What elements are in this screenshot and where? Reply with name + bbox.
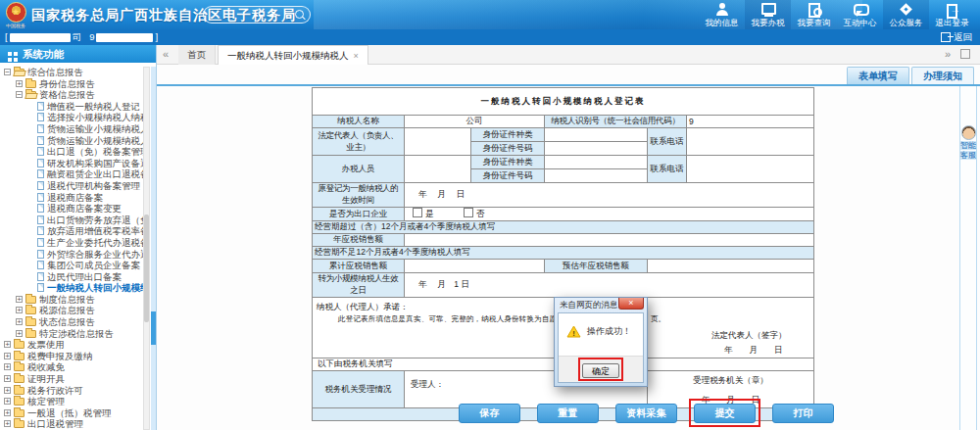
expand-icon[interactable]: + xyxy=(4,375,11,382)
sidebar-item[interactable]: +一般退（抵）税管理 xyxy=(0,407,143,419)
expand-icon[interactable]: + xyxy=(4,341,11,348)
expand-icon[interactable]: + xyxy=(4,409,11,416)
folder-icon xyxy=(25,330,36,338)
sidebar-item[interactable]: +身份信息报告 xyxy=(0,78,143,90)
sidebar-item[interactable]: 边民代理出口备案 xyxy=(0,271,143,283)
expand-icon[interactable]: + xyxy=(4,398,11,405)
data-collect-button[interactable]: 资料采集 xyxy=(615,404,677,423)
tab-notice[interactable]: 办理须知 xyxy=(911,67,974,84)
reset-button[interactable]: 重置 xyxy=(537,404,599,423)
sidebar-item[interactable]: +发票使用 xyxy=(0,339,143,351)
sidebar-item[interactable]: 研发机构采购国产设备退税备案管理 xyxy=(0,158,143,169)
sidebar-item[interactable]: 放弃适用增值税零税率备案 xyxy=(0,225,143,237)
dialog-ok-button[interactable]: 确定 xyxy=(582,363,619,378)
sidebar-item[interactable]: 出口退（免）税备案管理 xyxy=(0,146,143,158)
nav-item-public-service[interactable]: 公众服务 xyxy=(883,0,929,29)
taxpayer-id-value[interactable]: 9 xyxy=(687,116,814,128)
sidebar-item[interactable]: 退税商店备案 xyxy=(0,192,143,204)
sidebar-collapse-handle[interactable] xyxy=(151,311,156,345)
expand-icon[interactable]: + xyxy=(4,363,11,370)
header-search[interactable] xyxy=(203,6,311,24)
sidebar-item[interactable]: +状态信息报告 xyxy=(0,316,143,328)
search-input[interactable] xyxy=(212,8,294,22)
sidebar-item[interactable]: 退税代理机构备案管理 xyxy=(0,180,143,192)
collapse-icon[interactable]: − xyxy=(16,91,23,98)
expand-icon[interactable]: + xyxy=(4,420,11,427)
expand-icon[interactable]: + xyxy=(16,307,23,313)
nav-item-my-info[interactable]: 我的信息 xyxy=(699,0,745,29)
annual-sales-value[interactable] xyxy=(405,234,814,247)
tab-home[interactable]: 首页 xyxy=(178,45,216,65)
scrollbar-thumb[interactable] xyxy=(144,215,149,322)
tab-close-icon[interactable]: × xyxy=(354,51,359,61)
sidebar-scrollbar[interactable] xyxy=(143,67,150,430)
tax-officer-phone-value[interactable] xyxy=(687,156,814,183)
folder-icon xyxy=(14,398,24,406)
sidebar-item[interactable]: +出口退税管理 xyxy=(0,418,143,430)
print-button[interactable]: 打印 xyxy=(772,404,834,423)
dialog-close-button[interactable]: × xyxy=(618,298,644,310)
leaf-icon xyxy=(37,159,44,167)
tax-officer-label: 办税人员 xyxy=(313,156,405,183)
sidebar-item[interactable]: 货物运输业小规模纳税人异地代开增 xyxy=(0,135,143,147)
expand-icon[interactable]: + xyxy=(4,387,11,394)
sidebar-item[interactable]: +制度信息报告 xyxy=(0,294,143,306)
sidebar-item[interactable]: 货物运输业小规模纳税人异地代开增 xyxy=(0,123,143,135)
sidebar-item[interactable]: +证明开具 xyxy=(0,373,143,385)
sidebar-item[interactable]: 选择按小规模纳税人纳税的情况说明 xyxy=(0,112,143,123)
sidebar-item[interactable]: +核定管理 xyxy=(0,396,143,407)
export-yes-checkbox[interactable] xyxy=(413,208,422,217)
tab-current[interactable]: 一般纳税人转回小规模纳税人× xyxy=(218,45,368,65)
tab-scroll-right[interactable]: » xyxy=(945,48,951,60)
sidebar-item[interactable]: +税费申报及缴纳 xyxy=(0,351,143,362)
sidebar-item[interactable]: +税源信息报告 xyxy=(0,305,143,316)
tab-menu-icon[interactable] xyxy=(960,49,970,59)
sidebar-item[interactable]: +税收减免 xyxy=(0,361,143,373)
sidebar-item[interactable]: 集团公司成员企业备案 xyxy=(0,260,143,271)
sidebar-item[interactable]: +特定涉税信息报告 xyxy=(0,328,143,340)
sidebar-item[interactable]: 增值税一般纳税人登记 xyxy=(0,101,143,113)
collapse-icon[interactable]: − xyxy=(4,69,11,75)
sidebar-item[interactable]: 出口货物劳务放弃退（免）税权备案 xyxy=(0,215,143,226)
submit-button[interactable]: 提交 xyxy=(694,404,756,423)
expand-icon[interactable]: + xyxy=(4,353,11,359)
legal-rep-id-type-value[interactable] xyxy=(545,128,648,142)
tab-scroll-left[interactable]: « xyxy=(163,48,169,60)
nav-item-interaction-center[interactable]: 互动中心 xyxy=(837,0,883,29)
save-button[interactable]: 保存 xyxy=(459,404,520,423)
expand-icon[interactable]: + xyxy=(16,330,23,337)
nav-item-label: 退出登录 xyxy=(929,18,975,29)
tax-officer-name-value[interactable] xyxy=(405,156,471,183)
sidebar-item[interactable]: 退税商店备案变更 xyxy=(0,203,143,215)
tax-officer-id-type-value[interactable] xyxy=(545,156,648,169)
tax-officer-id-number-value[interactable] xyxy=(545,169,648,183)
legal-rep-id-number-value[interactable] xyxy=(545,142,648,156)
sidebar-item[interactable]: 外贸综合服务企业代办退税备案管理 xyxy=(0,249,143,261)
nav-item-my-query[interactable]: 我要查询 xyxy=(791,0,837,29)
folder-icon xyxy=(14,387,24,395)
accum-sales-value[interactable] xyxy=(405,260,545,273)
tab-form-fill[interactable]: 表单填写 xyxy=(847,67,909,84)
expand-icon[interactable]: + xyxy=(16,318,23,325)
sidebar-item[interactable]: 一般纳税人转回小规模纳税人 xyxy=(0,282,143,294)
effective-date-value[interactable]: 年 月 1 日 xyxy=(405,273,814,298)
nav-item-logout[interactable]: 退出登录 xyxy=(929,0,975,29)
sidebar-item-label: 货物运输业小规模纳税人异地代开增 xyxy=(47,135,143,146)
legal-rep-name-value[interactable] xyxy=(405,128,471,156)
sidebar-item[interactable]: −资格信息报告 xyxy=(0,89,143,101)
taxpayer-name-value[interactable]: 公司 xyxy=(405,116,545,128)
sidebar-item[interactable]: 生产企业委托代办退税备案管理 xyxy=(0,237,143,249)
nav-item-my-tax[interactable]: 我要办税 xyxy=(745,0,791,29)
return-button[interactable]: 返回 xyxy=(941,29,972,45)
sidebar-item[interactable]: 融资租赁企业出口退税备案管理 xyxy=(0,168,143,180)
sidebar-item[interactable]: −综合信息报告 xyxy=(0,67,143,78)
sidebar-item[interactable]: +税务行政许可 xyxy=(0,385,143,397)
expand-icon[interactable]: + xyxy=(16,80,23,87)
subtabs: 表单填写 办理须知 xyxy=(845,67,974,84)
legal-rep-phone-value[interactable] xyxy=(687,128,814,156)
smart-assistant-widget[interactable]: 智能 客服 xyxy=(960,125,976,161)
export-no-checkbox[interactable] xyxy=(464,208,473,217)
expand-icon[interactable]: + xyxy=(16,296,23,303)
est-annual-sales-value[interactable] xyxy=(648,260,814,273)
orig-date-value[interactable]: 年 月 日 xyxy=(405,183,814,208)
